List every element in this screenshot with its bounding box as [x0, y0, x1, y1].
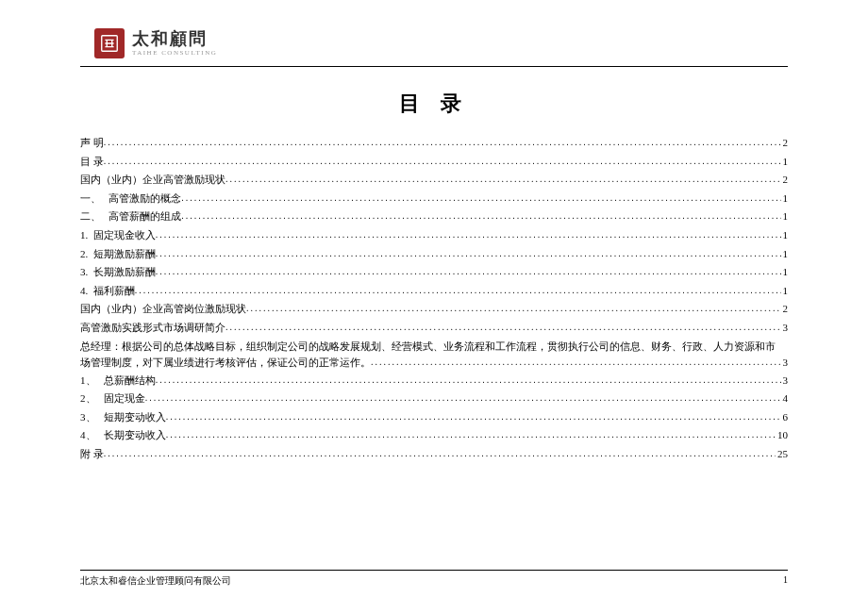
toc-dots: [225, 172, 781, 187]
toc-page-number: 3: [781, 373, 789, 390]
toc-entry-label: 1. 固定现金收入: [80, 227, 156, 244]
toc-entry: 目 录1: [80, 154, 788, 171]
toc-dots: [246, 301, 781, 316]
logo-subtitle: TAIHE CONSULTING: [132, 49, 217, 57]
toc-dots: [104, 446, 776, 461]
toc-page-number: 4: [781, 390, 789, 407]
toc-page-number: 1: [781, 191, 789, 207]
toc-entry: 2、 固定现金4: [80, 390, 788, 407]
toc-entry-label: 一、 高管激励的概念: [80, 191, 181, 207]
toc-page-number: 2: [781, 172, 789, 189]
toc-dots: [156, 373, 781, 388]
toc-dots: [135, 283, 781, 298]
toc-entry-label: 4、 长期变动收入: [80, 427, 166, 444]
toc-entry-label: 国内（业内）企业高管激励现状: [80, 172, 225, 189]
toc-dots: [104, 135, 781, 150]
toc-page-number: 1: [781, 264, 789, 281]
toc-dots: [181, 208, 780, 224]
footer-page-number: 1: [783, 574, 788, 588]
toc-list: 声 明2目 录1国内（业内）企业高管激励现状2一、 高管激励的概念1二、 高管薪…: [0, 135, 868, 463]
toc-entry-label: 3、 短期变动收入: [80, 409, 166, 426]
logo-icon: [94, 28, 125, 58]
footer-company: 北京太和睿信企业管理顾问有限公司: [80, 574, 231, 588]
toc-entry-text: 场管理制度，对下属业绩进行考核评估，保证公司的正常运作。: [80, 355, 371, 371]
toc-page-number: 6: [781, 409, 789, 426]
toc-entry: 4、 长期变动收入10: [80, 427, 788, 444]
toc-entry-label: 2、 固定现金: [80, 390, 145, 407]
toc-entry: 一、 高管激励的概念1: [80, 191, 788, 207]
toc-dots: [145, 390, 781, 406]
toc-entry-text: 总经理：根据公司的总体战略目标，组织制定公司的战略发展规划、经营模式、业务流程和…: [80, 340, 776, 352]
toc-entry: 高管激励实践形式市场调研简介3: [80, 320, 788, 337]
toc-page-number: 3: [781, 355, 789, 371]
logo-title: 太和顧問: [132, 30, 217, 47]
toc-entry: 1、 总薪酬结构3: [80, 373, 788, 390]
toc-page-number: 1: [781, 208, 789, 225]
toc-entry-label: 1、 总薪酬结构: [80, 373, 156, 390]
toc-dots: [181, 191, 780, 206]
toc-entry: 1. 固定现金收入1: [80, 227, 788, 244]
toc-dots: [166, 409, 781, 424]
toc-dots: [156, 264, 781, 279]
toc-entry-label: 国内（业内）企业高管岗位激励现状: [80, 301, 246, 318]
toc-entry-label: 4. 福利薪酬: [80, 283, 135, 300]
toc-entry: 3、 短期变动收入6: [80, 409, 788, 426]
toc-dots: [225, 320, 781, 335]
toc-entry-label: 二、 高管薪酬的组成: [80, 208, 181, 225]
toc-entry: 声 明2: [80, 135, 788, 152]
toc-entry-label: 声 明: [80, 135, 104, 152]
toc-entry: 附 录25: [80, 446, 788, 463]
toc-dots: [156, 227, 781, 242]
toc-dots: [371, 355, 781, 370]
toc-page-number: 1: [781, 246, 789, 263]
toc-page-number: 25: [776, 446, 788, 463]
toc-page-number: 3: [781, 320, 789, 337]
toc-page-number: 10: [776, 427, 788, 444]
toc-entry: 3. 长期激励薪酬1: [80, 264, 788, 281]
toc-page-number: 1: [781, 154, 789, 171]
toc-entry-label: 附 录: [80, 446, 104, 463]
toc-page-number: 1: [781, 283, 789, 300]
toc-dots: [104, 154, 781, 169]
toc-entry: 2. 短期激励薪酬1: [80, 246, 788, 263]
toc-dots: [166, 427, 776, 442]
toc-entry-label: 2. 短期激励薪酬: [80, 246, 156, 263]
toc-entry: 国内（业内）企业高管激励现状2: [80, 172, 788, 189]
toc-page-number: 1: [781, 227, 789, 244]
toc-page-number: 2: [781, 301, 789, 318]
toc-dots: [156, 246, 781, 261]
toc-entry-label: 高管激励实践形式市场调研简介: [80, 320, 225, 337]
toc-entry: 总经理：根据公司的总体战略目标，组织制定公司的战略发展规划、经营模式、业务流程和…: [80, 339, 788, 371]
document-header: 太和顧問 TAIHE CONSULTING: [80, 0, 788, 67]
toc-entry-label: 目 录: [80, 154, 104, 171]
toc-page-number: 2: [781, 135, 789, 152]
toc-entry: 二、 高管薪酬的组成1: [80, 208, 788, 225]
toc-entry: 国内（业内）企业高管岗位激励现状2: [80, 301, 788, 318]
toc-heading: 目 录: [0, 90, 868, 118]
toc-entry: 4. 福利薪酬1: [80, 283, 788, 300]
logo-text-block: 太和顧問 TAIHE CONSULTING: [132, 30, 217, 57]
document-footer: 北京太和睿信企业管理顾问有限公司 1: [80, 570, 788, 588]
toc-entry-label: 3. 长期激励薪酬: [80, 264, 156, 281]
